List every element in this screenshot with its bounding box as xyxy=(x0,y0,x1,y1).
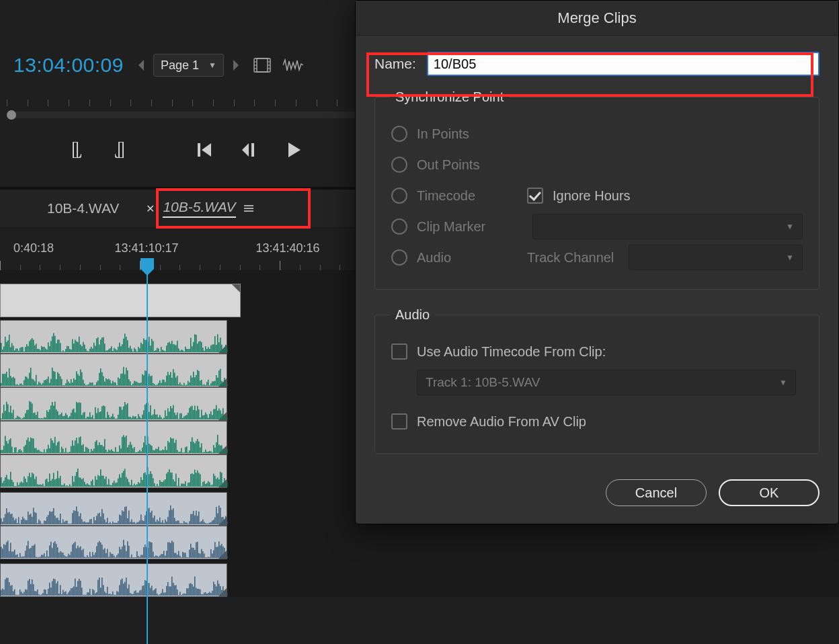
waveform-icon[interactable] xyxy=(283,58,303,72)
svg-rect-1176 xyxy=(205,557,206,558)
clip-marker-select[interactable]: ▼ xyxy=(532,214,803,239)
tab-menu-icon[interactable] xyxy=(244,205,253,212)
svg-rect-976 xyxy=(163,523,165,524)
svg-rect-1070 xyxy=(63,553,64,558)
svg-rect-1215 xyxy=(30,584,32,596)
svg-rect-994 xyxy=(188,524,189,524)
svg-rect-1174 xyxy=(202,551,204,558)
svg-rect-1145 xyxy=(163,551,165,559)
checkbox-ignore-hours[interactable] xyxy=(527,188,543,204)
timeline-playhead[interactable] xyxy=(147,258,148,644)
audio-clip[interactable] xyxy=(0,563,227,597)
close-icon[interactable]: ✕ xyxy=(146,202,155,215)
svg-rect-618 xyxy=(136,452,138,454)
radio-in-points[interactable] xyxy=(391,126,407,142)
svg-rect-158 xyxy=(200,341,201,352)
page-next-button[interactable] xyxy=(229,56,243,75)
svg-rect-820 xyxy=(181,484,182,487)
svg-rect-266 xyxy=(118,378,119,387)
svg-rect-686 xyxy=(1,477,2,487)
svg-rect-1313 xyxy=(162,589,163,596)
svg-rect-786 xyxy=(135,485,136,487)
svg-rect-802 xyxy=(157,484,158,487)
svg-rect-1201 xyxy=(11,585,13,596)
svg-rect-87 xyxy=(104,344,106,352)
svg-rect-1007 xyxy=(205,523,206,524)
video-clip[interactable] xyxy=(0,284,241,317)
svg-rect-1077 xyxy=(72,545,73,558)
svg-rect-546 xyxy=(40,452,41,454)
cancel-button[interactable]: Cancel xyxy=(606,479,707,506)
svg-rect-1238 xyxy=(61,594,63,596)
svg-rect-382 xyxy=(46,410,48,419)
svg-rect-1014 xyxy=(214,518,216,524)
radio-clip-marker[interactable] xyxy=(391,218,407,235)
svg-rect-654 xyxy=(185,447,186,453)
audio-clip[interactable] xyxy=(0,492,227,526)
svg-rect-880 xyxy=(34,512,36,524)
svg-rect-1319 xyxy=(170,587,171,596)
svg-rect-400 xyxy=(71,413,72,419)
radio-out-points[interactable] xyxy=(391,157,407,173)
svg-rect-491 xyxy=(193,410,194,419)
tab-10b-5[interactable]: ✕ 10B-5.WAV xyxy=(132,190,266,227)
page-prev-button[interactable] xyxy=(134,56,148,75)
svg-rect-790 xyxy=(141,477,142,487)
svg-rect-1068 xyxy=(60,551,61,558)
audio-clip[interactable] xyxy=(0,354,227,387)
audio-clip[interactable] xyxy=(0,421,227,454)
svg-rect-986 xyxy=(177,521,178,525)
svg-rect-248 xyxy=(93,385,95,386)
page-select[interactable]: Page 1 ▼ xyxy=(153,54,224,77)
audio-track-b3[interactable] xyxy=(0,563,839,597)
svg-rect-1187 xyxy=(220,545,221,558)
audio-clip[interactable] xyxy=(0,320,227,354)
svg-rect-1118 xyxy=(127,541,128,558)
ok-button[interactable]: OK xyxy=(719,479,820,506)
svg-rect-384 xyxy=(49,409,50,419)
svg-rect-145 xyxy=(182,350,184,352)
svg-rect-900 xyxy=(61,523,63,524)
checkbox-use-audio-tc[interactable] xyxy=(391,344,407,360)
svg-rect-896 xyxy=(56,518,57,525)
checkbox-remove-audio[interactable] xyxy=(391,413,407,430)
audio-clip[interactable] xyxy=(0,454,227,488)
svg-rect-750 xyxy=(87,483,88,487)
mark-in-button[interactable] xyxy=(67,141,85,159)
svg-rect-431 xyxy=(112,414,114,419)
go-to-in-button[interactable] xyxy=(196,141,214,159)
name-input[interactable] xyxy=(427,52,820,76)
svg-rect-712 xyxy=(36,477,37,487)
film-strip-icon[interactable] xyxy=(253,58,271,73)
audio-clip[interactable] xyxy=(0,526,227,559)
svg-rect-771 xyxy=(115,483,116,487)
svg-rect-522 xyxy=(7,444,9,453)
svg-rect-981 xyxy=(170,506,171,524)
svg-rect-1040 xyxy=(22,557,24,558)
radio-timecode[interactable] xyxy=(391,188,407,204)
step-back-button[interactable] xyxy=(241,141,258,159)
svg-rect-561 xyxy=(60,452,61,453)
svg-rect-1127 xyxy=(139,557,141,559)
mark-out-button[interactable] xyxy=(112,141,129,159)
svg-rect-595 xyxy=(106,450,107,453)
svg-rect-140 xyxy=(175,346,177,353)
svg-rect-314 xyxy=(182,385,184,386)
play-button[interactable] xyxy=(285,141,303,159)
audio-clip-select[interactable]: Track 1: 10B-5.WAV ▼ xyxy=(417,370,796,395)
radio-audio[interactable] xyxy=(391,249,407,266)
svg-rect-615 xyxy=(132,448,134,453)
svg-rect-1242 xyxy=(67,594,68,596)
source-timecode[interactable]: 13:04:00:09 xyxy=(13,54,124,77)
scrubber-knob[interactable] xyxy=(7,110,16,120)
svg-rect-1262 xyxy=(93,590,95,596)
audio-track-b2[interactable] xyxy=(0,526,839,559)
tab-10b-4[interactable]: 10B-4.WAV xyxy=(34,190,132,227)
track-channel-select[interactable]: ▼ xyxy=(629,245,803,270)
svg-rect-1254 xyxy=(83,595,84,596)
svg-rect-1210 xyxy=(24,592,25,596)
svg-rect-811 xyxy=(169,469,170,487)
audio-clip[interactable] xyxy=(0,387,227,421)
svg-rect-250 xyxy=(96,383,97,387)
svg-rect-588 xyxy=(96,440,97,453)
